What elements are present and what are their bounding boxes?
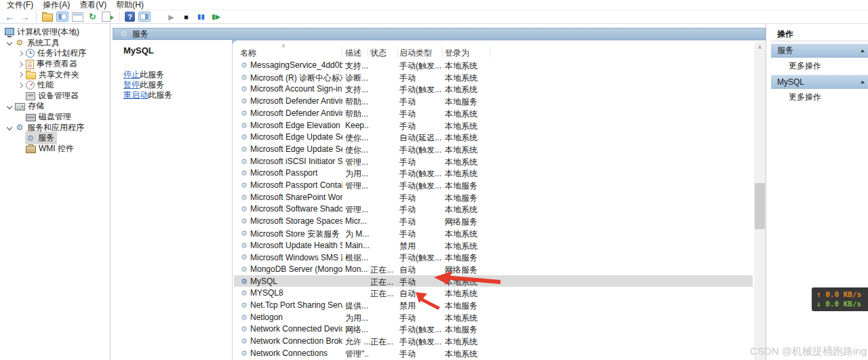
services-pane-header: ⚙ 服务: [113, 28, 766, 40]
service-startup-type: 手动(触发...: [399, 84, 444, 96]
scrollbar-thumb[interactable]: [755, 183, 765, 229]
service-startup-type: 自动(延迟...: [399, 132, 444, 144]
service-row[interactable]: ⚙Microsoft Defender Antivir...帮助...手动本地系…: [234, 107, 753, 119]
pause-service-icon[interactable]: ▮▮: [195, 12, 207, 22]
service-startup-type: 禁用: [399, 300, 444, 312]
stop-service-icon[interactable]: ■: [180, 12, 192, 22]
column-header-3[interactable]: 启动类型: [399, 47, 432, 59]
service-row[interactable]: ⚙Microsoft Software Shado...管理...手动本地系统: [234, 203, 753, 215]
menu-item-3[interactable]: 帮助(H): [115, 0, 152, 11]
service-logon-as: 本地系统: [445, 288, 494, 300]
service-row[interactable]: ⚙Microsoft Defender Antivir...帮助...手动本地服…: [234, 95, 753, 107]
more-actions-mysql[interactable]: 更多操作: [771, 91, 868, 103]
service-action-link[interactable]: 重启动: [123, 90, 148, 100]
collapse-icon[interactable]: [861, 49, 865, 52]
export-list-icon[interactable]: [102, 12, 111, 22]
service-link-row: 停止此服务: [123, 70, 232, 80]
service-row[interactable]: ⚙Microsoft Storage Spaces S...Micr...手动网…: [234, 215, 753, 227]
column-separator[interactable]: [442, 46, 443, 58]
column-separator[interactable]: [397, 46, 398, 58]
event-viewer-icon: [26, 60, 34, 69]
sort-indicator-icon: ∧: [281, 43, 285, 49]
menu-item-2[interactable]: 查看(V): [78, 0, 115, 11]
service-name: Network Connection Broker: [250, 336, 342, 346]
service-row[interactable]: ⚙Microsoft Store 安装服务为 M...手动本地系统: [234, 227, 753, 239]
expander-icon[interactable]: [4, 125, 14, 129]
console-tree-toggle-icon[interactable]: [56, 12, 68, 22]
service-row[interactable]: ⚙Network Connections管理"...手动本地系统: [234, 347, 753, 359]
column-separator[interactable]: [342, 46, 342, 58]
service-logon-as: 本地系统: [445, 121, 494, 132]
expander-icon[interactable]: [15, 62, 25, 66]
more-actions-services[interactable]: 更多操作: [771, 60, 868, 72]
service-action-link[interactable]: 暂停: [123, 80, 140, 89]
service-row[interactable]: ⚙Network Connected Devic...网络...手动(触发...…: [234, 323, 753, 335]
service-row[interactable]: ⚙MySQL正在...手动本地系统: [234, 275, 753, 287]
expander-icon[interactable]: [15, 83, 25, 87]
service-row[interactable]: ⚙Netlogon为用...手动本地系统: [234, 311, 753, 323]
column-header-4[interactable]: 登录为: [445, 47, 469, 59]
service-row[interactable]: ⚙Network Connection Broker允许 ...正在...手动(…: [234, 335, 753, 347]
service-gear-icon: ⚙: [239, 277, 249, 286]
actions-section-mysql[interactable]: MySQL: [771, 75, 868, 89]
expander-icon[interactable]: [4, 104, 14, 108]
back-icon[interactable]: ←: [4, 12, 16, 22]
service-logon-as: 本地系统: [445, 204, 494, 216]
service-row[interactable]: ⚙Microsoft Windows SMS 路...根据...手动(触发...…: [234, 251, 753, 263]
column-header-0[interactable]: 名称: [240, 47, 256, 59]
service-row[interactable]: ⚙Microsoft Edge Elevation S...Keep...手动本…: [234, 119, 753, 132]
service-row[interactable]: ⚙MYSQL8正在...自动本地系统: [234, 287, 753, 299]
collapse-icon[interactable]: [861, 81, 865, 83]
service-startup-type: 手动: [399, 228, 444, 240]
service-row[interactable]: ⚙Microsoft Passport Container管理...手动(触发.…: [234, 179, 753, 191]
actions-section-services[interactable]: 服务: [771, 43, 868, 58]
scrollbar-up-icon[interactable]: ∧: [754, 41, 766, 53]
start-service-icon[interactable]: ▶: [165, 12, 177, 22]
service-row[interactable]: ⚙Microsoft (R) 诊断中心标准...诊断...手动本地系统: [234, 71, 753, 83]
service-gear-icon: ⚙: [239, 264, 249, 274]
service-gear-icon: ⚙: [239, 84, 249, 94]
service-gear-icon: ⚙: [239, 252, 249, 262]
service-startup-type: 手动(触发...: [399, 180, 444, 192]
tree-item-inner[interactable]: WMI 控件: [25, 142, 77, 155]
service-startup-type: 手动: [399, 348, 444, 360]
services-column-header[interactable]: ∧ 名称描述状态启动类型登录为: [233, 45, 754, 58]
column-separator[interactable]: [490, 46, 490, 58]
service-row[interactable]: ⚙Microsoft SharePoint Work...手动本地服务: [234, 191, 753, 203]
column-separator[interactable]: [368, 46, 368, 58]
column-header-2[interactable]: 状态: [370, 47, 387, 59]
menu-item-0[interactable]: 文件(F): [5, 0, 41, 11]
menu-item-1[interactable]: 操作(A): [41, 0, 78, 11]
refresh-icon[interactable]: ↻: [87, 12, 98, 22]
window-icon[interactable]: [72, 12, 83, 22]
service-row[interactable]: ⚙Microsoft Passport为用...手动(触发...本地系统: [234, 167, 753, 179]
service-gear-icon: ⚙: [239, 204, 249, 214]
service-row[interactable]: ⚙MongoDB Server (Mongo...Mon...正在...自动网络…: [234, 263, 753, 275]
service-description: 根据...: [345, 252, 370, 264]
vertical-scrollbar[interactable]: ∧: [754, 41, 766, 360]
expander-icon[interactable]: [15, 73, 25, 77]
action-pane-toggle-icon[interactable]: [138, 12, 151, 22]
service-row[interactable]: ⚙MessagingService_4dd0b支持...手动(触发...本地系统: [234, 59, 753, 71]
forward-icon[interactable]: →: [19, 12, 31, 22]
help-icon[interactable]: ?: [125, 12, 135, 22]
service-gear-icon: ⚙: [239, 216, 249, 226]
column-header-1[interactable]: 描述: [345, 47, 361, 59]
service-row[interactable]: ⚙Microsoft iSCSI Initiator Ser...管理...手动…: [234, 155, 753, 167]
service-status: 正在...: [370, 288, 399, 300]
service-row[interactable]: ⚙Microsoft Account Sign-in ...支持...手动(触发…: [234, 83, 753, 95]
expander-icon[interactable]: [4, 41, 14, 45]
service-row[interactable]: ⚙Microsoft Update Health S...Main...禁用本地…: [234, 239, 753, 252]
service-row[interactable]: ⚙Net.Tcp Port Sharing Service提供...禁用本地服务: [234, 299, 753, 311]
expander-icon[interactable]: [15, 52, 25, 56]
service-row[interactable]: ⚙Microsoft Edge Update Ser...使你...手动(触发.…: [234, 143, 753, 155]
service-logon-as: 本地服务: [445, 252, 494, 264]
restart-service-icon[interactable]: ▮▶: [210, 12, 222, 22]
service-status: 正在...: [370, 336, 399, 348]
service-row[interactable]: ⚙Microsoft Edge Update Ser...使你...自动(延迟.…: [234, 131, 753, 143]
service-startup-type: 禁用: [399, 241, 444, 252]
service-link-rest: 此服务: [140, 80, 164, 89]
service-action-link[interactable]: 停止: [123, 70, 140, 79]
tree-item[interactable]: WMI 控件: [0, 144, 110, 155]
open-folder-icon[interactable]: [42, 14, 53, 22]
